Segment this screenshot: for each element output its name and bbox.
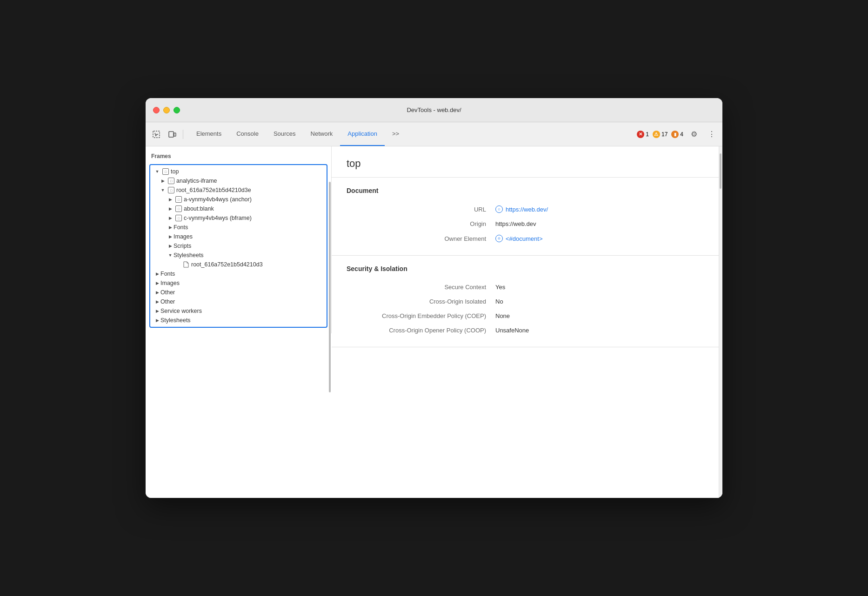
info-badge: ▮ 4 (671, 131, 683, 138)
traffic-lights (153, 107, 180, 113)
origin-label: Origin (347, 220, 495, 227)
tab-network[interactable]: Network (303, 122, 341, 146)
detail-row-origin: Origin https://web.dev (347, 217, 704, 231)
warning-count: 17 (661, 131, 668, 138)
tree-item-root616[interactable]: □ root_616a752e1b5d4210d3e (150, 185, 327, 195)
window-title: DevTools - web.dev/ (407, 106, 461, 113)
tree-label-top: top (171, 168, 179, 175)
device-toggle-icon[interactable] (165, 127, 179, 141)
tree-item-scripts[interactable]: Scripts (150, 241, 327, 251)
tree-item-top[interactable]: □ top (150, 167, 327, 176)
coop-text: UnsafeNone (495, 327, 529, 334)
svg-rect-1 (169, 132, 174, 137)
tree-label-aboutblank: about:blank (184, 205, 214, 212)
detail-row-url: URL ○ https://web.dev/ (347, 202, 704, 217)
error-badge: ✕ 1 (637, 131, 649, 138)
tree-item-other1[interactable]: Other (150, 288, 327, 297)
owner-label: Owner Element (347, 235, 495, 242)
owner-value: ⊙ <#document> (495, 235, 543, 242)
tree-arrow-other1 (154, 289, 160, 296)
settings-icon[interactable]: ⚙ (687, 127, 701, 141)
tree-item-avynmy[interactable]: □ a-vynmy4vb4wys (anchor) (150, 195, 327, 204)
tab-console[interactable]: Console (229, 122, 266, 146)
tab-elements[interactable]: Elements (189, 122, 229, 146)
tree-item-other2[interactable]: Other (150, 297, 327, 306)
error-count: 1 (646, 131, 649, 138)
tree-label-stylesheets-top: Stylesheets (160, 317, 191, 324)
more-options-icon[interactable]: ⋮ (705, 127, 719, 141)
coop-label: Cross-Origin Opener Policy (COOP) (347, 327, 495, 334)
error-icon: ✕ (637, 131, 644, 138)
tree-item-fonts-inner[interactable]: Fonts (150, 223, 327, 232)
toolbar-right: ✕ 1 ⚠ 17 ▮ 4 ⚙ ⋮ (637, 127, 719, 141)
tree-arrow-fonts-inner (167, 224, 174, 231)
toolbar-separator (183, 130, 183, 139)
tree-label-other1: Other (160, 289, 175, 296)
coop-value: UnsafeNone (495, 327, 529, 334)
cross-origin-isolated-label: Cross-Origin Isolated (347, 298, 495, 305)
detail-scrollbar[interactable] (719, 146, 722, 498)
close-button[interactable] (153, 107, 160, 113)
tree-label-other2: Other (160, 298, 175, 305)
tab-more[interactable]: >> (385, 122, 407, 146)
tree-item-images-inner[interactable]: Images (150, 232, 327, 241)
url-label: URL (347, 206, 495, 213)
detail-section-security: Security & Isolation Secure Context Yes … (332, 256, 719, 347)
detail-scrollbar-thumb (720, 153, 721, 189)
tree-item-analytics[interactable]: □ analytics-iframe (150, 176, 327, 185)
maximize-button[interactable] (174, 107, 180, 113)
inspect-element-icon[interactable] (149, 127, 163, 141)
tree-item-stylesheets-inner[interactable]: Stylesheets (150, 251, 327, 260)
origin-text: https://web.dev (495, 220, 536, 227)
coep-text: None (495, 312, 510, 319)
tree-arrow-service-workers (154, 308, 160, 314)
owner-link[interactable]: <#document> (506, 235, 543, 242)
warning-icon: ⚠ (653, 131, 660, 138)
tree-item-service-workers[interactable]: Service workers (150, 306, 327, 316)
tab-application[interactable]: Application (340, 122, 385, 146)
info-count: 4 (680, 131, 683, 138)
tree-arrow-top (154, 168, 160, 175)
tree-label-stylesheets-inner: Stylesheets (174, 252, 204, 258)
document-section-title: Document (347, 187, 704, 194)
tab-sources[interactable]: Sources (266, 122, 303, 146)
tree-item-aboutblank[interactable]: □ about:blank (150, 204, 327, 213)
tree-arrow-analytics (160, 178, 166, 184)
tree-label-fonts-inner: Fonts (174, 224, 188, 231)
tree-arrow-images-top (154, 280, 160, 286)
detail-row-coep: Cross-Origin Embedder Policy (COEP) None (347, 309, 704, 323)
coep-label: Cross-Origin Embedder Policy (COEP) (347, 312, 495, 319)
security-section-title: Security & Isolation (347, 265, 704, 272)
tree-item-images-top[interactable]: Images (150, 278, 327, 288)
tree-item-stylesheet-file[interactable]: root_616a752e1b5d4210d3 (150, 260, 327, 269)
tree-arrow-other2 (154, 298, 160, 305)
url-value: ○ https://web.dev/ (495, 205, 548, 213)
info-icon: ▮ (671, 131, 679, 138)
main-content: Frames □ top □ analytics-iframe (146, 146, 722, 498)
minimize-button[interactable] (163, 107, 170, 113)
svg-rect-0 (153, 131, 160, 138)
frames-panel: □ top □ analytics-iframe □ root_616a752e… (149, 164, 327, 328)
tree-arrow-stylesheets-top (154, 317, 160, 324)
tree-item-fonts-top[interactable]: Fonts (150, 269, 327, 278)
detail-row-owner: Owner Element ⊙ <#document> (347, 231, 704, 246)
tree-arrow-aboutblank (167, 205, 174, 212)
owner-circle-icon: ⊙ (495, 235, 503, 242)
tree-arrow-root616 (160, 187, 166, 193)
detail-row-cross-origin-isolated: Cross-Origin Isolated No (347, 294, 704, 309)
sidebar-scrollbar[interactable] (328, 146, 332, 498)
sidebar: Frames □ top □ analytics-iframe (146, 146, 332, 333)
tree-item-cvynmy[interactable]: □ c-vynmy4vb4wys (bframe) (150, 213, 327, 223)
devtools-window: DevTools - web.dev/ Elements Console Sou… (146, 98, 722, 498)
frame-icon-avynmy: □ (175, 196, 182, 203)
detail-title: top (332, 146, 719, 178)
tree-item-stylesheets-top[interactable]: Stylesheets (150, 316, 327, 325)
detail-row-secure-context: Secure Context Yes (347, 280, 704, 294)
secure-context-label: Secure Context (347, 284, 495, 291)
cross-origin-isolated-text: No (495, 298, 503, 305)
tree-label-avynmy: a-vynmy4vb4wys (anchor) (184, 196, 252, 203)
url-link[interactable]: https://web.dev/ (506, 206, 548, 213)
tree-label-scripts: Scripts (174, 243, 191, 249)
frame-icon-cvynmy: □ (175, 215, 182, 221)
tree-label-analytics: analytics-iframe (176, 178, 217, 184)
